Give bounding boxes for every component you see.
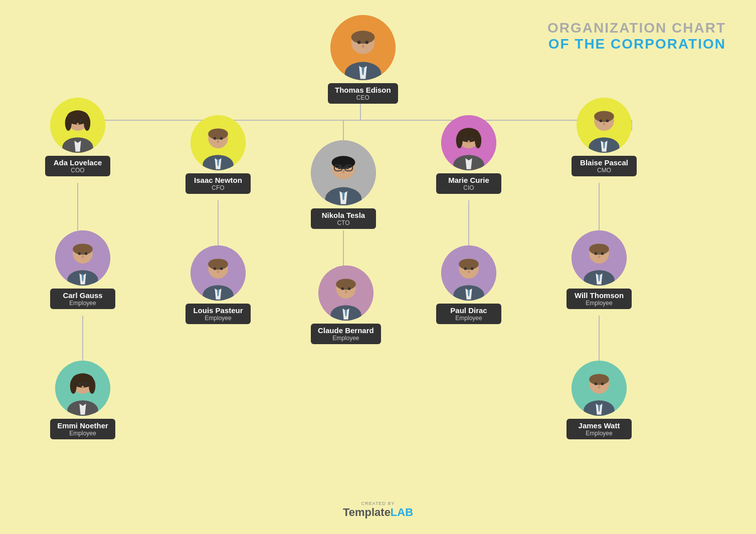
- svg-point-21: [365, 41, 368, 44]
- svg-point-62: [471, 137, 474, 140]
- avatar-ada-lovelace: [50, 98, 105, 153]
- person-name-louis-pasteur: Louis Pasteur: [193, 306, 244, 315]
- person-role-will-thomson: Employee: [574, 300, 625, 307]
- person-blaise-pascal: Blaise PascalCMO: [572, 98, 637, 176]
- person-role-thomas-edison: CEO: [335, 94, 391, 101]
- svg-point-106: [464, 267, 467, 270]
- person-name-will-thomson: Will Thomson: [574, 291, 625, 300]
- svg-point-70: [600, 119, 603, 122]
- person-name-thomas-edison: Thomas Edison: [335, 86, 391, 94]
- svg-point-134: [595, 382, 598, 385]
- name-tag-emmi-noether: Emmi NoetherEmployee: [50, 419, 115, 439]
- svg-point-96: [336, 279, 356, 290]
- svg-point-69: [594, 111, 614, 122]
- name-tag-paul-dirac: Paul DiracEmployee: [436, 304, 501, 324]
- svg-point-126: [85, 382, 88, 385]
- person-emmi-noether: Emmi NoetherEmployee: [50, 361, 115, 439]
- person-name-ada-lovelace: Ada Lovelace: [52, 158, 103, 167]
- svg-point-88: [214, 267, 217, 270]
- person-name-emmi-noether: Emmi Noether: [57, 421, 108, 430]
- svg-point-53: [342, 170, 344, 173]
- person-name-james-watt: James Watt: [574, 421, 625, 430]
- person-role-blaise-pascal: CMO: [579, 167, 630, 174]
- svg-point-31: [80, 119, 83, 122]
- svg-point-78: [73, 243, 93, 254]
- person-nikola-tesla: Nikola TeslaCTO: [311, 140, 376, 229]
- name-tag-carl-gauss: Carl GaussEmployee: [50, 289, 115, 309]
- svg-point-47: [332, 156, 355, 169]
- svg-point-98: [348, 287, 351, 290]
- person-paul-dirac: Paul DiracEmployee: [436, 245, 501, 324]
- person-role-marie-curie: CIO: [443, 184, 494, 191]
- person-role-louis-pasteur: Employee: [193, 315, 244, 322]
- avatar-carl-gauss: [55, 230, 110, 286]
- person-role-paul-dirac: Employee: [443, 315, 494, 322]
- avatar-nikola-tesla: [311, 140, 376, 205]
- avatar-james-watt: [572, 361, 627, 416]
- svg-point-20: [357, 41, 361, 44]
- person-name-carl-gauss: Carl Gauss: [57, 291, 108, 300]
- svg-point-32: [77, 123, 79, 126]
- svg-point-105: [459, 258, 479, 270]
- person-louis-pasteur: Louis PasteurEmployee: [185, 245, 251, 324]
- svg-point-116: [601, 252, 604, 255]
- svg-point-48: [338, 166, 341, 169]
- svg-point-72: [603, 123, 605, 126]
- person-name-paul-dirac: Paul Dirac: [443, 306, 494, 315]
- svg-point-49: [346, 166, 349, 169]
- svg-point-117: [598, 255, 600, 258]
- name-tag-james-watt: James WattEmployee: [566, 419, 632, 439]
- name-tag-thomas-edison: Thomas EdisonCEO: [328, 83, 398, 104]
- person-role-emmi-noether: Employee: [57, 430, 108, 437]
- svg-point-19: [351, 31, 374, 44]
- watermark-brand: TemplateLAB: [343, 506, 413, 519]
- svg-point-41: [217, 140, 219, 143]
- person-role-ada-lovelace: COO: [52, 167, 103, 174]
- watermark: CREATED BY TemplateLAB: [343, 501, 413, 519]
- svg-point-40: [220, 137, 223, 140]
- svg-point-60: [475, 133, 481, 148]
- avatar-isaac-newton: [191, 115, 246, 170]
- name-tag-claude-bernard: Claude BernardEmployee: [311, 324, 381, 344]
- svg-point-127: [82, 386, 84, 389]
- avatar-louis-pasteur: [191, 245, 246, 301]
- svg-point-135: [601, 382, 604, 385]
- person-marie-curie: Marie CurieCIO: [436, 115, 501, 194]
- avatar-will-thomson: [572, 230, 627, 286]
- person-name-marie-curie: Marie Curie: [443, 176, 494, 184]
- person-thomas-edison: Thomas EdisonCEO: [328, 15, 398, 104]
- watermark-brand2: LAB: [391, 506, 413, 518]
- name-tag-isaac-newton: Isaac NewtonCFO: [185, 173, 251, 194]
- svg-point-99: [345, 291, 347, 294]
- svg-point-97: [341, 287, 344, 290]
- svg-point-136: [598, 386, 600, 389]
- svg-point-61: [464, 137, 467, 140]
- name-tag-nikola-tesla: Nikola TeslaCTO: [311, 208, 376, 229]
- person-isaac-newton: Isaac NewtonCFO: [185, 115, 251, 194]
- name-tag-will-thomson: Will ThomsonEmployee: [566, 289, 632, 309]
- person-carl-gauss: Carl GaussEmployee: [50, 230, 115, 309]
- svg-point-90: [217, 271, 219, 274]
- avatar-marie-curie: [441, 115, 496, 170]
- svg-point-124: [89, 378, 95, 394]
- svg-point-63: [468, 140, 470, 143]
- svg-point-89: [220, 267, 223, 270]
- name-tag-marie-curie: Marie CurieCIO: [436, 173, 501, 194]
- svg-point-71: [606, 119, 609, 122]
- svg-point-39: [214, 137, 217, 140]
- svg-point-125: [78, 382, 81, 385]
- svg-point-114: [589, 243, 609, 254]
- svg-point-28: [65, 115, 72, 131]
- svg-point-79: [78, 252, 81, 255]
- avatar-claude-bernard: [318, 265, 373, 321]
- person-role-claude-bernard: Employee: [318, 335, 374, 342]
- avatar-paul-dirac: [441, 245, 496, 301]
- person-name-isaac-newton: Isaac Newton: [193, 176, 244, 184]
- avatar-blaise-pascal: [577, 98, 632, 153]
- person-name-nikola-tesla: Nikola Tesla: [318, 211, 369, 219]
- svg-point-108: [468, 271, 470, 274]
- svg-point-123: [70, 378, 77, 394]
- svg-point-115: [595, 252, 598, 255]
- person-role-isaac-newton: CFO: [193, 184, 244, 191]
- person-ada-lovelace: Ada LovelaceCOO: [45, 98, 110, 176]
